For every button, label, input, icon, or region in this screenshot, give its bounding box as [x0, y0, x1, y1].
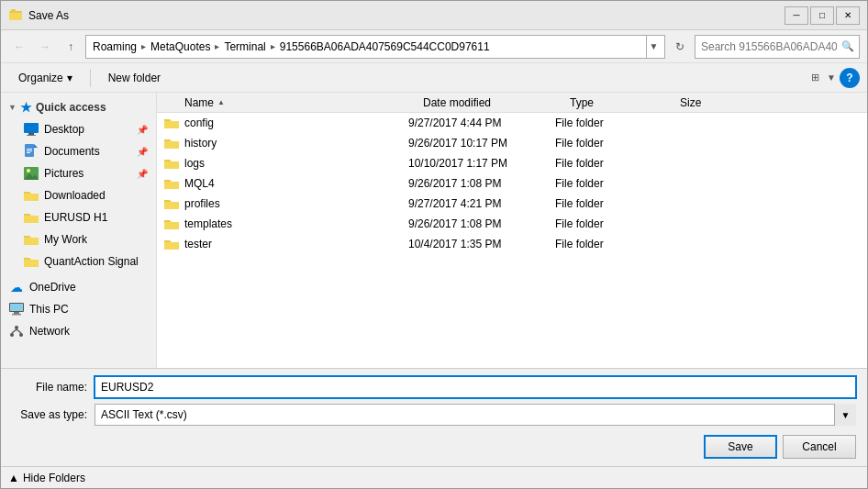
folder-icon — [164, 237, 179, 251]
filename-label: File name: — [12, 381, 95, 394]
sidebar-item-label: QuantAction Signal — [44, 255, 139, 268]
col-type-header[interactable]: Type — [570, 96, 680, 109]
view-toggle-button[interactable]: ⊞ — [805, 68, 825, 88]
table-row[interactable]: profiles 9/27/2017 4:21 PM File folder — [157, 194, 867, 214]
close-button[interactable]: ✕ — [836, 6, 860, 25]
sidebar-item-label: Documents — [44, 145, 100, 158]
file-date-cell: 9/27/2017 4:44 PM — [408, 117, 555, 129]
table-row[interactable]: MQL4 9/26/2017 1:08 PM File folder — [157, 173, 867, 194]
folder-icon — [164, 217, 179, 231]
sort-arrow: ▲ — [217, 98, 225, 106]
folder-icon — [164, 176, 179, 191]
folder-icon — [164, 156, 179, 171]
pictures-icon — [24, 166, 39, 181]
sidebar-item-thispc[interactable]: This PC — [1, 298, 156, 320]
breadcrumb-roaming[interactable]: Roaming — [90, 39, 139, 55]
forward-button[interactable]: → — [34, 36, 56, 58]
col-date-header[interactable]: Date modified — [423, 96, 570, 109]
table-row[interactable]: history 9/26/2017 10:17 PM File folder — [157, 133, 867, 153]
navigation-bar: ← → ↑ Roaming ▸ MetaQuotes ▸ Terminal ▸ … — [1, 30, 867, 63]
sidebar-item-documents[interactable]: Documents 📌 — [1, 140, 156, 162]
hide-folders-button[interactable]: ▲ Hide Folders — [8, 472, 85, 484]
address-bar[interactable]: Roaming ▸ MetaQuotes ▸ Terminal ▸ 915566… — [85, 35, 665, 59]
table-row[interactable]: logs 10/10/2017 1:17 PM File folder — [157, 153, 867, 173]
svg-rect-10 — [27, 152, 30, 153]
back-button[interactable]: ← — [8, 36, 30, 58]
sidebar-item-eurusd[interactable]: EURUSD H1 — [1, 206, 156, 228]
svg-rect-4 — [28, 133, 34, 135]
table-row[interactable]: config 9/27/2017 4:44 PM File folder — [157, 113, 867, 133]
file-name-cell: templates — [184, 217, 408, 230]
breadcrumb: Roaming ▸ MetaQuotes ▸ Terminal ▸ 915566… — [90, 39, 493, 55]
file-list-header: Name ▲ Date modified Type Size — [157, 93, 867, 113]
col-name-header[interactable]: Name ▲ — [184, 96, 423, 109]
breadcrumb-terminal[interactable]: Terminal — [221, 39, 268, 55]
quick-access-expand-icon: ▼ — [8, 103, 17, 112]
organize-button[interactable]: Organize ▾ — [8, 67, 83, 89]
quick-access-icon: ★ — [20, 100, 32, 115]
dialog-icon — [8, 8, 23, 23]
svg-rect-1 — [9, 13, 22, 20]
svg-point-12 — [27, 169, 30, 172]
save-as-dialog: Save As ─ □ ✕ ← → ↑ Roaming ▸ MetaQuotes… — [0, 0, 868, 489]
sidebar-item-quantaction[interactable]: QuantAction Signal — [1, 250, 156, 272]
table-row[interactable]: templates 9/26/2017 1:08 PM File folder — [157, 214, 867, 234]
filetype-select-arrow[interactable]: ▼ — [834, 404, 856, 426]
help-button[interactable]: ? — [840, 68, 860, 88]
view-controls: ⊞ ▼ — [805, 68, 836, 88]
sidebar-item-label: Pictures — [44, 167, 83, 180]
hide-folders-arrow: ▲ — [8, 472, 19, 484]
view-dropdown-arrow[interactable]: ▼ — [827, 72, 836, 83]
sidebar-item-label: OneDrive — [29, 281, 76, 294]
svg-rect-8 — [27, 149, 32, 150]
filename-input[interactable] — [95, 376, 856, 398]
file-date-cell: 10/4/2017 1:35 PM — [408, 238, 555, 250]
breadcrumb-metaquotes[interactable]: MetaQuotes — [148, 39, 213, 55]
folder-icon — [164, 196, 179, 211]
file-type-cell: File folder — [555, 157, 665, 170]
sidebar-item-onedrive[interactable]: ☁ OneDrive — [1, 276, 156, 298]
sidebar-item-network[interactable]: Network — [1, 320, 156, 342]
desktop-icon — [24, 122, 39, 137]
file-type-cell: File folder — [555, 197, 665, 210]
sidebar-item-mywork[interactable]: My Work — [1, 228, 156, 250]
up-button[interactable]: ↑ — [60, 36, 82, 58]
svg-line-21 — [12, 329, 17, 333]
file-type-cell: File folder — [555, 177, 665, 190]
sidebar-item-downloaded[interactable]: Downloaded — [1, 184, 156, 206]
file-name-cell: tester — [184, 238, 408, 250]
breadcrumb-folder[interactable]: 915566BA06ADA407569C544CC0D97611 — [277, 39, 493, 55]
sidebar-item-pictures[interactable]: Pictures 📌 — [1, 162, 156, 184]
dialog-title: Save As — [28, 9, 785, 22]
sidebar-item-label: My Work — [44, 233, 87, 246]
svg-rect-15 — [10, 304, 23, 311]
minimize-button[interactable]: ─ — [785, 6, 808, 25]
hide-folders-label: Hide Folders — [23, 472, 85, 484]
file-date-cell: 9/27/2017 4:21 PM — [408, 197, 555, 210]
save-button[interactable]: Save — [704, 435, 777, 459]
refresh-button[interactable]: ↻ — [669, 35, 691, 59]
folder-icon — [164, 136, 179, 150]
svg-rect-17 — [12, 314, 21, 316]
svg-point-20 — [19, 333, 23, 337]
quick-access-header[interactable]: ▼ ★ Quick access — [1, 96, 156, 118]
address-dropdown-arrow[interactable]: ▼ — [646, 36, 661, 58]
sidebar-item-desktop[interactable]: Desktop 📌 — [1, 118, 156, 140]
table-row[interactable]: tester 10/4/2017 1:35 PM File folder — [157, 234, 867, 254]
file-date-cell: 10/10/2017 1:17 PM — [408, 157, 555, 170]
maximize-button[interactable]: □ — [810, 6, 834, 25]
new-folder-button[interactable]: New folder — [98, 67, 171, 89]
svg-rect-9 — [27, 150, 32, 151]
search-input[interactable] — [695, 35, 860, 59]
svg-rect-16 — [14, 312, 19, 314]
cancel-button[interactable]: Cancel — [783, 435, 856, 459]
file-date-cell: 9/26/2017 1:08 PM — [408, 177, 555, 190]
file-name-cell: profiles — [184, 197, 408, 210]
svg-line-22 — [17, 329, 21, 333]
filetype-select[interactable]: ASCII Text (*.csv) — [95, 404, 856, 426]
col-size-header[interactable]: Size — [680, 96, 753, 109]
sidebar-item-label: This PC — [29, 303, 69, 316]
downloaded-folder-icon — [24, 188, 39, 203]
svg-rect-3 — [24, 123, 39, 133]
desktop-pin-icon: 📌 — [137, 125, 148, 135]
